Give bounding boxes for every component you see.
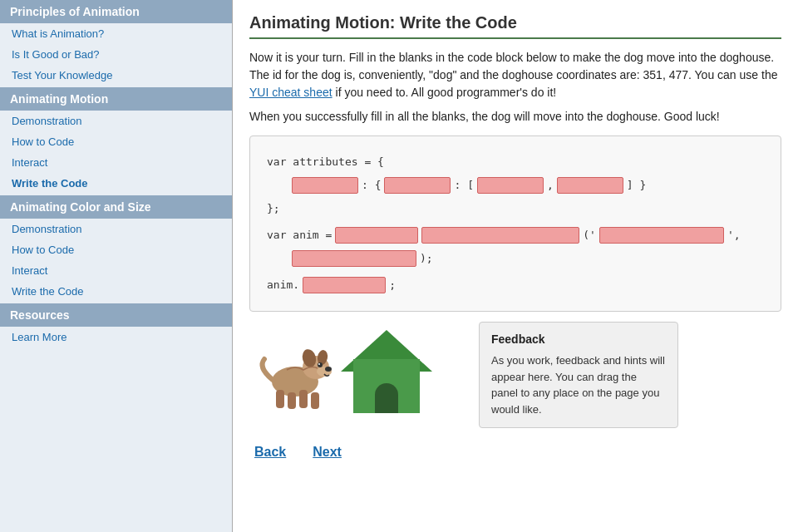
svg-rect-11	[311, 392, 319, 409]
code-text-4b: ('	[583, 224, 596, 246]
blank-8[interactable]	[292, 250, 416, 267]
code-text-2d: ] }	[627, 175, 646, 196]
code-line-3: };	[267, 198, 764, 219]
code-text-4c: ',	[727, 224, 741, 246]
intro-text-1: Now it is your turn. Fill in the blanks …	[249, 51, 777, 81]
code-line-5: );	[267, 248, 764, 269]
code-text-2a: : {	[362, 175, 381, 196]
page-title: Animating Motion: Write the Code	[249, 13, 781, 39]
blank-1[interactable]	[292, 177, 358, 194]
sidebar-section-header: Animating Motion	[0, 87, 232, 111]
sidebar-item[interactable]: How to Code	[0, 131, 232, 152]
feedback-title: Feedback	[491, 332, 666, 346]
bottom-section: Feedback As you work, feedback and hints…	[249, 322, 781, 428]
svg-point-7	[318, 363, 320, 365]
blank-9[interactable]	[303, 277, 386, 293]
next-button[interactable]: Next	[308, 441, 347, 463]
code-text-4a: var anim =	[267, 224, 332, 246]
sidebar-item[interactable]: Test Your Knowledge	[0, 65, 232, 86]
feedback-panel: Feedback As you work, feedback and hints…	[479, 322, 678, 428]
sidebar-item[interactable]: Is It Good or Bad?	[0, 44, 232, 65]
svg-rect-10	[299, 390, 308, 408]
back-button[interactable]: Back	[249, 441, 291, 463]
intro-text-1-end: if you need to. All good programmer's do…	[332, 86, 557, 99]
code-text-3a: };	[267, 198, 280, 219]
code-line-1: var attributes = {	[267, 151, 764, 173]
doghouse-illustration	[341, 322, 432, 413]
code-text-5a: );	[420, 248, 433, 269]
sidebar-item[interactable]: What is Animation?	[0, 23, 232, 44]
code-block: var attributes = { : { : [ , ] } }; var …	[249, 135, 781, 312]
sidebar-item[interactable]: Interact	[0, 260, 232, 281]
doghouse-door	[375, 383, 398, 413]
sidebar-section-header: Principles of Animation	[0, 0, 232, 23]
code-text-6b: ;	[389, 274, 396, 296]
sidebar-item[interactable]: How to Code	[0, 239, 232, 260]
blank-5[interactable]	[335, 227, 418, 244]
sidebar-item[interactable]: Write the Code	[0, 281, 232, 302]
blank-2[interactable]	[384, 177, 451, 194]
sidebar-item[interactable]: Demonstration	[0, 219, 232, 239]
nav-buttons: Back Next	[249, 441, 781, 463]
sidebar-item[interactable]: Write the Code	[0, 173, 232, 194]
code-text-1a: var attributes = {	[267, 151, 384, 173]
doghouse-body	[353, 359, 420, 413]
svg-point-6	[318, 362, 323, 367]
sidebar-item[interactable]: Demonstration	[0, 111, 232, 131]
svg-rect-9	[288, 392, 296, 409]
code-line-6: anim. ;	[267, 274, 764, 296]
blank-3[interactable]	[477, 177, 544, 194]
svg-rect-8	[276, 390, 284, 408]
code-text-6a: anim.	[267, 274, 299, 296]
code-text-2b: : [	[454, 175, 473, 196]
yui-cheatsheet-link[interactable]: YUI cheat sheet	[249, 86, 332, 99]
blank-6[interactable]	[421, 227, 579, 244]
sidebar: Principles of AnimationWhat is Animation…	[0, 0, 233, 532]
code-line-2: : { : [ , ] }	[267, 175, 764, 196]
blank-4[interactable]	[557, 177, 623, 194]
sidebar-section-header: Resources	[0, 303, 232, 327]
main-content: Animating Motion: Write the Code Now it …	[233, 0, 798, 532]
intro-paragraph-2: When you successfully fill in all the bl…	[249, 108, 781, 126]
sidebar-item[interactable]: Learn More	[0, 327, 232, 347]
sidebar-item[interactable]: Interact	[0, 152, 232, 173]
image-area	[249, 322, 466, 413]
code-text-2c: ,	[547, 175, 554, 196]
feedback-text: As you work, feedback and hints will app…	[491, 352, 666, 417]
blank-7[interactable]	[599, 227, 724, 244]
svg-point-5	[325, 367, 332, 372]
sidebar-section-header: Animating Color and Size	[0, 195, 232, 219]
code-line-4: var anim = (' ',	[267, 224, 764, 246]
dog-illustration	[249, 322, 341, 413]
intro-paragraph-1: Now it is your turn. Fill in the blanks …	[249, 49, 781, 101]
